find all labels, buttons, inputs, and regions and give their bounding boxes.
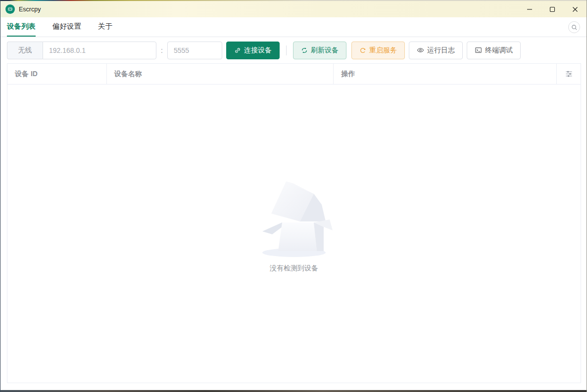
refresh-devices-button[interactable]: 刷新设备 <box>293 42 346 59</box>
refresh-devices-label: 刷新设备 <box>311 46 339 55</box>
app-logo-icon <box>5 4 15 14</box>
device-table: 设备 ID 设备名称 操作 <box>7 63 581 383</box>
app-window: Escrcpy 设备列表 偏好设置 关于 无线 : <box>0 0 587 392</box>
tab-label: 关于 <box>98 22 112 31</box>
empty-box-illustration <box>254 175 334 258</box>
restart-service-label: 重启服务 <box>369 46 397 55</box>
wireless-input-group: 无线 <box>7 42 156 59</box>
eye-icon <box>417 46 424 54</box>
tab-preferences[interactable]: 偏好设置 <box>52 17 81 37</box>
table-header: 设备 ID 设备名称 操作 <box>7 64 581 85</box>
search-button[interactable] <box>568 21 580 33</box>
connect-device-button[interactable]: 连接设备 <box>226 42 280 59</box>
tab-bar: 设备列表 偏好设置 关于 <box>0 17 587 37</box>
tab-about[interactable]: 关于 <box>98 17 112 37</box>
connection-toolbar: 无线 : 连接设备 刷新设备 重启服务 运行日志 终端调试 <box>0 37 587 63</box>
minimize-button[interactable] <box>518 1 541 17</box>
tab-label: 设备列表 <box>7 22 36 31</box>
refresh-icon <box>301 47 308 54</box>
terminal-icon <box>475 46 482 54</box>
tab-device-list[interactable]: 设备列表 <box>7 17 36 37</box>
wireless-mode-label[interactable]: 无线 <box>7 42 43 59</box>
table-body: 没有检测到设备 <box>7 85 581 383</box>
search-icon <box>571 24 578 31</box>
column-device-id: 设备 ID <box>7 64 107 84</box>
title-bar[interactable]: Escrcpy <box>0 1 587 17</box>
run-logs-button[interactable]: 运行日志 <box>409 42 463 59</box>
window-title: Escrcpy <box>19 6 41 13</box>
link-icon <box>234 47 241 54</box>
restart-service-button[interactable]: 重启服务 <box>351 42 405 59</box>
toolbar-divider <box>286 45 287 55</box>
port-input[interactable] <box>167 42 222 59</box>
empty-state: 没有检测到设备 <box>254 175 334 273</box>
run-logs-label: 运行日志 <box>427 46 455 55</box>
column-actions: 操作 <box>334 64 557 84</box>
close-button[interactable] <box>564 1 587 17</box>
desktop-edge-bottom <box>0 390 587 392</box>
refresh-right-icon <box>359 47 366 54</box>
terminal-debug-button[interactable]: 终端调试 <box>467 42 521 59</box>
column-device-name: 设备名称 <box>107 64 334 84</box>
maximize-button[interactable] <box>541 1 564 17</box>
sliders-icon <box>565 70 573 78</box>
ip-port-separator: : <box>161 46 163 54</box>
empty-state-text: 没有检测到设备 <box>270 264 318 273</box>
connect-device-label: 连接设备 <box>244 46 272 55</box>
ip-address-input[interactable] <box>43 42 156 59</box>
tab-label: 偏好设置 <box>52 22 81 31</box>
column-settings-cell[interactable] <box>557 64 581 84</box>
terminal-debug-label: 终端调试 <box>485 46 513 55</box>
